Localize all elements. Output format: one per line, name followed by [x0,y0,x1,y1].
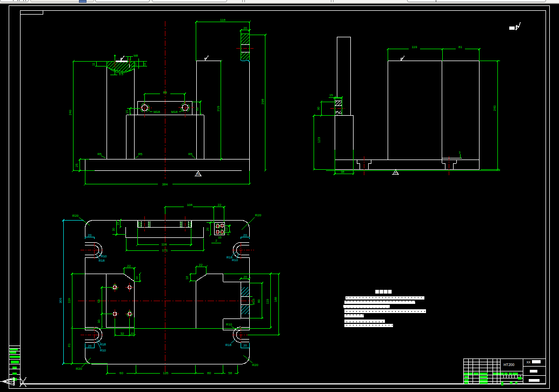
svg-text:123: 123 [317,137,321,143]
svg-text:81: 81 [68,343,71,347]
svg-text:119: 119 [412,45,417,49]
svg-text:26: 26 [206,228,209,231]
svg-text:80: 80 [257,300,261,303]
svg-text:108: 108 [187,203,193,207]
svg-text:R10: R10 [226,323,232,326]
svg-text:188: 188 [274,297,277,302]
svg-text:306: 306 [59,297,62,303]
svg-text:XX: XX [527,361,531,364]
svg-text:R20: R20 [255,213,262,217]
svg-text:22: 22 [199,263,203,267]
svg-text:20: 20 [243,26,247,30]
svg-text:13: 13 [225,228,228,231]
svg-text:15: 15 [125,110,129,114]
svg-text:171: 171 [162,248,168,252]
svg-text:25: 25 [75,163,78,167]
svg-text:R20: R20 [76,367,82,370]
svg-text:384: 384 [162,182,168,186]
svg-text:R5: R5 [97,152,102,156]
svg-text:20: 20 [243,234,247,237]
svg-text:22: 22 [127,264,131,268]
svg-text:30: 30 [97,320,101,323]
svg-text:80: 80 [207,371,211,375]
svg-text:119: 119 [266,299,269,304]
svg-text:32: 32 [121,332,124,335]
svg-text:240: 240 [68,109,72,115]
svg-text:20: 20 [243,344,247,347]
svg-text:298: 298 [261,98,264,104]
svg-text:16: 16 [135,276,138,280]
svg-text:18: 18 [185,276,189,280]
svg-text:118: 118 [220,18,225,22]
svg-text:215: 215 [216,105,220,111]
svg-text:15: 15 [218,236,221,239]
svg-text:30: 30 [112,228,115,231]
svg-text:R20: R20 [72,214,79,217]
svg-text:M18: M18 [171,110,178,114]
svg-text:R18: R18 [100,343,107,346]
svg-text:20: 20 [243,275,247,278]
svg-text:30: 30 [317,107,320,110]
svg-text:A: A [395,171,397,174]
svg-text:240: 240 [493,105,496,111]
svg-text:58: 58 [97,300,101,303]
svg-text:HT200: HT200 [504,363,515,367]
svg-text:R18: R18 [98,259,105,262]
svg-text:A: A [197,172,199,176]
svg-text:81: 81 [458,45,462,49]
svg-text:11: 11 [143,63,146,66]
svg-text:R18: R18 [225,343,232,347]
svg-text:R20: R20 [252,363,258,367]
svg-text:M16: M16 [252,298,255,304]
svg-text:3: 3 [458,151,460,154]
svg-text:20: 20 [88,234,92,237]
svg-text:R10: R10 [232,258,238,262]
svg-text:2: 2 [215,239,217,242]
svg-text:135: 135 [163,371,169,375]
svg-text:M18: M18 [154,110,161,114]
svg-text:11: 11 [131,332,135,335]
svg-text:M8: M8 [134,54,138,57]
svg-text:119: 119 [162,242,167,246]
svg-text:8: 8 [227,234,230,235]
svg-text:58: 58 [228,371,232,375]
svg-text:22: 22 [218,203,222,207]
svg-text:89: 89 [163,90,167,94]
svg-text:R10: R10 [100,349,107,352]
svg-text:16: 16 [134,62,137,65]
svg-text:20: 20 [88,344,91,348]
svg-text:15: 15 [329,94,333,97]
svg-text:60: 60 [119,371,123,375]
svg-text:50: 50 [196,108,199,111]
svg-text:R5: R5 [188,152,192,156]
svg-text:R5: R5 [138,152,143,156]
svg-text:11: 11 [92,63,95,66]
svg-text:119: 119 [68,298,71,303]
svg-text:3.5: 3.5 [119,72,124,76]
svg-text:R10: R10 [101,255,107,258]
